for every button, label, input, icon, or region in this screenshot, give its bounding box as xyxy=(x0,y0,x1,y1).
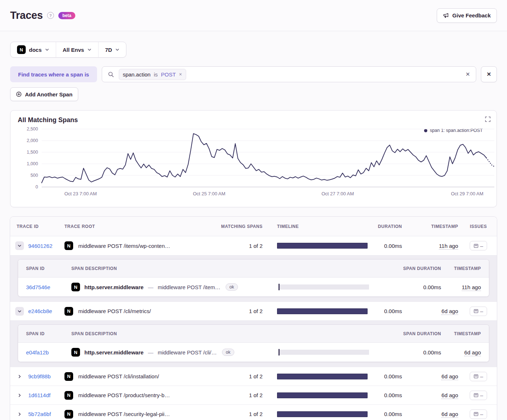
expand-trace-icon[interactable] xyxy=(15,410,24,419)
trace-id-link[interactable]: 1d6114df xyxy=(28,392,50,398)
span-duration: 0.00ms xyxy=(369,284,441,290)
chart-x-axis: Oct 23 7:00 AMOct 25 7:00 AMOct 27 7:00 … xyxy=(42,187,494,199)
matching-spans-count: 1 of 2 xyxy=(202,243,263,249)
span-id-link[interactable]: e04fa12b xyxy=(26,349,71,355)
trace-root-text: middleware POST /cli/installation/ xyxy=(78,373,159,379)
nextjs-project-icon: N xyxy=(17,45,26,54)
trace-timestamp[interactable]: 6d ago xyxy=(441,373,458,380)
col-trace-id: TRACE ID xyxy=(10,224,64,229)
date-range-filter-label: 7D xyxy=(105,47,112,53)
issues-icon xyxy=(474,374,478,379)
chevron-down-icon xyxy=(45,47,49,52)
span-id-link[interactable]: 36d7546e xyxy=(26,284,71,290)
span-search-input[interactable]: span.action is POST × ✕ xyxy=(102,66,476,82)
span-description: middleware POST /cli/… xyxy=(158,349,217,355)
traces-table-header: TRACE ID TRACE ROOT MATCHING SPANS TIMEL… xyxy=(10,217,497,236)
span-timestamp[interactable]: 11h ago xyxy=(462,284,481,291)
chart-title: All Matching Spans xyxy=(18,116,489,124)
expand-trace-icon[interactable] xyxy=(15,372,24,381)
trace-timeline-bar[interactable] xyxy=(277,374,368,379)
trace-timestamp[interactable]: 6d ago xyxy=(441,411,458,418)
trace-row: 94601262 N middleware POST /items/wp-con… xyxy=(10,236,497,255)
col-matching-spans: MATCHING SPANS xyxy=(202,224,263,229)
trace-row: 9cb9f88b N middleware POST /cli/installa… xyxy=(10,367,497,386)
col-timestamp: TIMESTAMP xyxy=(407,224,460,229)
all-matching-spans-panel: All Matching Spans span 1: span.action:P… xyxy=(10,110,497,207)
remove-span-row-button[interactable]: ✕ xyxy=(481,66,497,82)
help-icon[interactable]: ? xyxy=(47,12,54,19)
trace-timeline-bar[interactable] xyxy=(277,411,368,417)
trace-timeline-bar[interactable] xyxy=(277,392,368,398)
issues-icon xyxy=(474,412,478,416)
span-timeline[interactable] xyxy=(278,284,369,290)
page-header: Traces ? beta Give Feedback xyxy=(0,0,507,31)
issues-button[interactable]: – xyxy=(470,391,487,400)
trace-id-link[interactable]: 5b72a6bf xyxy=(28,411,51,417)
trace-duration: 0.00ms xyxy=(368,373,407,379)
search-filter-token[interactable]: span.action is POST × xyxy=(119,69,186,80)
issues-count: – xyxy=(480,392,483,398)
chart-area: 05001,0001,5002,0002,500 Oct 23 7:00 AMO… xyxy=(18,129,489,199)
fullscreen-icon[interactable] xyxy=(485,116,491,122)
span-search-row: Find traces where a span is span.action … xyxy=(10,66,497,82)
expanded-spans-section: SPAN ID SPAN DESCRIPTION SPAN DURATION T… xyxy=(10,255,497,302)
matching-spans-count: 1 of 2 xyxy=(202,411,263,417)
issues-icon xyxy=(474,309,478,313)
find-traces-label: Find traces where a span is xyxy=(10,66,97,82)
issues-button[interactable]: – xyxy=(470,409,487,419)
issues-count: – xyxy=(480,373,483,379)
nextjs-platform-icon: N xyxy=(71,283,80,291)
add-another-span-button[interactable]: Add Another Span xyxy=(10,87,78,101)
collapse-trace-icon[interactable] xyxy=(15,307,24,316)
span-timeline-track xyxy=(280,350,369,355)
col-span-duration: SPAN DURATION xyxy=(369,331,441,336)
collapse-trace-icon[interactable] xyxy=(15,241,24,250)
trace-timestamp[interactable]: 6d ago xyxy=(441,392,458,399)
page-filter-bar: N docs All Envs 7D xyxy=(10,42,126,58)
span-row: 36d7546e N http.server.middleware — midd… xyxy=(18,278,489,296)
date-range-filter[interactable]: 7D xyxy=(99,42,126,57)
trace-id-link[interactable]: e246cb8e xyxy=(28,308,52,314)
spans-line-chart xyxy=(42,129,494,187)
expand-trace-icon[interactable] xyxy=(15,391,24,400)
megaphone-icon xyxy=(443,13,449,18)
issues-button[interactable]: – xyxy=(470,372,487,381)
col-trace-root: TRACE ROOT xyxy=(64,224,202,229)
span-timestamp[interactable]: 6d ago xyxy=(464,349,481,356)
issues-button[interactable]: – xyxy=(470,241,487,250)
trace-timestamp[interactable]: 6d ago xyxy=(441,308,458,315)
x-tick-label: Oct 27 7:00 AM xyxy=(322,191,354,196)
project-filter[interactable]: N docs xyxy=(11,42,56,57)
issues-count: – xyxy=(480,411,483,417)
trace-id-link[interactable]: 94601262 xyxy=(28,243,53,249)
clear-search-icon[interactable]: ✕ xyxy=(465,71,470,78)
col-span-timestamp: TIMESTAMP xyxy=(441,331,481,336)
give-feedback-button[interactable]: Give Feedback xyxy=(437,8,497,23)
beta-badge: beta xyxy=(58,12,75,19)
trace-row: 1d6114df N middleware POST /product/sent… xyxy=(10,386,497,404)
span-status-badge: ok xyxy=(222,349,235,356)
trace-timestamp[interactable]: 11h ago xyxy=(439,243,458,250)
y-tick-label: 2,000 xyxy=(27,138,38,143)
environment-filter[interactable]: All Envs xyxy=(56,42,98,57)
col-span-id: SPAN ID xyxy=(26,266,71,271)
trace-id-link[interactable]: 9cb9f88b xyxy=(28,373,51,379)
chevron-down-icon xyxy=(87,47,92,52)
search-icon xyxy=(108,71,114,78)
chart-plot xyxy=(42,129,494,187)
token-remove-icon[interactable]: × xyxy=(179,71,182,77)
issues-icon xyxy=(474,244,478,248)
trace-root-text: middleware POST /security-legal-pii… xyxy=(78,411,170,417)
span-op: http.server.middleware xyxy=(84,284,143,290)
trace-duration: 0.00ms xyxy=(368,392,407,398)
nextjs-platform-icon: N xyxy=(64,391,73,400)
trace-row: e246cb8e N middleware POST /cli/metrics/… xyxy=(10,302,497,320)
span-status-badge: ok xyxy=(226,283,238,291)
issues-button[interactable]: – xyxy=(470,307,487,316)
col-span-description: SPAN DESCRIPTION xyxy=(71,266,278,271)
x-tick-label: Oct 29 7:00 AM xyxy=(451,191,483,196)
trace-root-text: middleware POST /product/sentry-b… xyxy=(78,392,170,398)
span-timeline[interactable] xyxy=(278,349,369,355)
trace-timeline-bar[interactable] xyxy=(277,243,368,249)
trace-timeline-bar[interactable] xyxy=(277,308,368,314)
